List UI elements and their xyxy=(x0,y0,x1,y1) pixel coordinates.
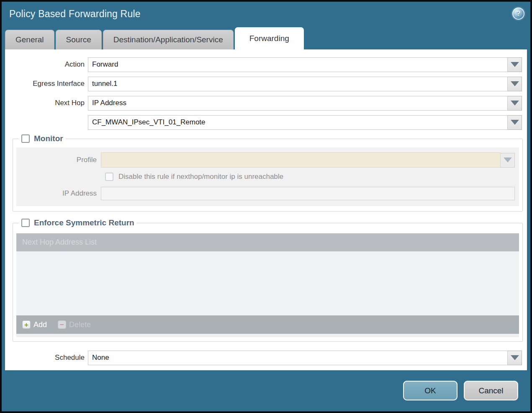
action-row: Action Forward xyxy=(5,57,522,72)
next-hop-type-select[interactable]: IP Address xyxy=(88,96,508,111)
monitor-ip-address-row: IP Address xyxy=(16,187,515,200)
dialog-titlebar: Policy Based Forwarding Rule ? xyxy=(2,2,530,26)
monitor-legend-label: Monitor xyxy=(34,134,63,143)
minus-icon: − xyxy=(58,320,66,329)
next-hop-row: Next Hop IP Address xyxy=(5,96,522,111)
help-icon[interactable]: ? xyxy=(512,8,524,20)
chevron-down-icon xyxy=(511,355,519,360)
tab-source[interactable]: Source xyxy=(56,30,102,49)
schedule-select[interactable]: None xyxy=(88,351,508,365)
monitor-legend: Monitor xyxy=(19,134,66,143)
disable-rule-label: Disable this rule if nexthop/monitor ip … xyxy=(118,173,283,181)
monitor-ip-address-input xyxy=(101,187,515,200)
disable-rule-checkbox xyxy=(105,173,113,181)
schedule-label: Schedule xyxy=(5,354,88,362)
ok-button[interactable]: OK xyxy=(403,381,457,400)
action-label: Action xyxy=(5,60,88,69)
egress-interface-row: Egress Interface tunnel.1 xyxy=(5,76,522,91)
next-hop-address-list-header: Next Hop Address List xyxy=(16,233,519,252)
next-hop-address-select[interactable]: CF_MWAN_IPsec_VTI_01_Remote xyxy=(88,115,508,130)
monitor-checkbox[interactable] xyxy=(21,134,30,143)
plus-icon: + xyxy=(22,320,31,329)
next-hop-dropdown-button[interactable] xyxy=(508,96,522,111)
enforce-symmetric-return-legend: Enforce Symmetric Return xyxy=(19,218,137,227)
next-hop-address-row: CF_MWAN_IPsec_VTI_01_Remote xyxy=(5,115,522,130)
egress-interface-label: Egress Interface xyxy=(5,80,88,88)
delete-button: − Delete xyxy=(58,320,91,329)
enforce-symmetric-return-fieldset: Enforce Symmetric Return Next Hop Addres… xyxy=(13,218,523,342)
schedule-dropdown-button[interactable] xyxy=(508,351,522,365)
chevron-down-icon xyxy=(511,62,519,67)
enforce-symmetric-return-checkbox[interactable] xyxy=(21,219,30,227)
schedule-row: Schedule None xyxy=(5,350,522,365)
forwarding-tab-panel: Action Forward Egress Interface tunnel.1… xyxy=(5,49,527,370)
profile-dropdown-button xyxy=(501,153,515,168)
delete-button-label: Delete xyxy=(69,320,91,329)
add-button[interactable]: + Add xyxy=(22,320,47,329)
enforce-symmetric-return-label: Enforce Symmetric Return xyxy=(34,218,134,227)
next-hop-address-list-table: Next Hop Address List + Add − Delete xyxy=(16,233,519,337)
dialog-footer: OK Cancel xyxy=(2,370,530,411)
egress-interface-dropdown-button[interactable] xyxy=(508,77,522,91)
chevron-down-icon xyxy=(504,157,512,163)
monitor-panel: Profile Disable this rule if nexthop/mon… xyxy=(16,147,519,206)
tab-forwarding[interactable]: Forwarding xyxy=(235,27,304,49)
action-select[interactable]: Forward xyxy=(88,57,508,72)
add-button-label: Add xyxy=(33,320,47,329)
chevron-down-icon xyxy=(511,101,519,106)
table-bottom-strip xyxy=(16,334,519,337)
next-hop-address-dropdown-button[interactable] xyxy=(508,115,522,130)
profile-row: Profile xyxy=(16,152,515,168)
next-hop-address-list-body xyxy=(16,252,519,315)
next-hop-label: Next Hop xyxy=(5,99,88,107)
monitor-fieldset: Monitor Profile Disable this rule if nex… xyxy=(13,134,523,212)
next-hop-address-list-toolbar: + Add − Delete xyxy=(16,315,519,334)
monitor-ip-address-label: IP Address xyxy=(16,189,101,198)
profile-label: Profile xyxy=(16,156,101,164)
egress-interface-select[interactable]: tunnel.1 xyxy=(88,77,508,91)
action-dropdown-button[interactable] xyxy=(508,57,522,72)
dialog-title: Policy Based Forwarding Rule xyxy=(9,8,141,20)
chevron-down-icon xyxy=(511,81,519,86)
disable-rule-row: Disable this rule if nexthop/monitor ip … xyxy=(105,173,519,181)
chevron-down-icon xyxy=(511,120,519,125)
tab-bar: General Source Destination/Application/S… xyxy=(2,26,530,49)
profile-select xyxy=(101,152,501,168)
tab-destination-application-service[interactable]: Destination/Application/Service xyxy=(103,30,234,49)
policy-based-forwarding-dialog: Policy Based Forwarding Rule ? General S… xyxy=(0,0,532,413)
tab-general[interactable]: General xyxy=(5,30,54,49)
cancel-button[interactable]: Cancel xyxy=(464,381,518,400)
